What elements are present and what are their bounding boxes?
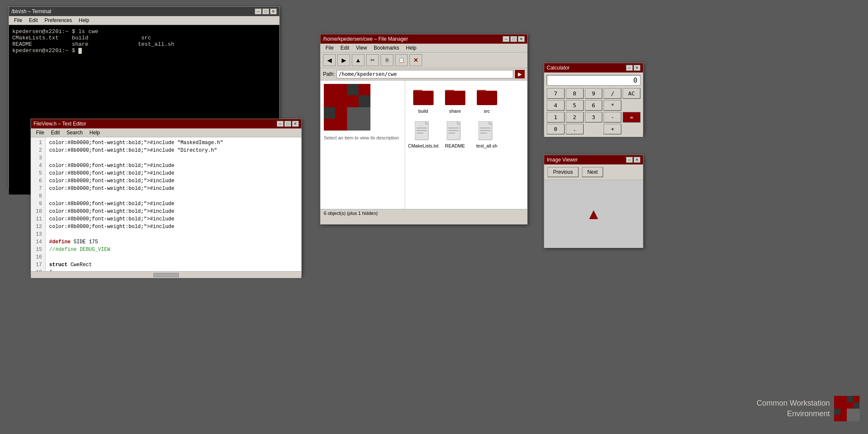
texteditor-titlebar: FileView.h – Text Editor ─ □ ✕ — [31, 119, 301, 128]
calc-button-+[interactable]: + — [604, 124, 621, 134]
terminal-menu-edit[interactable]: Edit — [25, 17, 41, 24]
imageviewer-minimize[interactable]: ─ — [626, 157, 633, 163]
file-item[interactable]: README — [441, 120, 469, 150]
calc-button-=[interactable]: = — [623, 112, 640, 122]
forward-button[interactable]: ▶ — [337, 54, 350, 66]
calc-button-2[interactable]: 2 — [566, 112, 584, 122]
file-name: test_all.sh — [476, 143, 498, 148]
calculator-window: Calculator ─ ✕ 0 789/AC456*123-=0.+ — [544, 63, 643, 135]
terminal-controls: ─ □ ✕ — [255, 8, 277, 14]
file-item[interactable]: build — [409, 85, 437, 115]
svg-rect-0 — [324, 84, 347, 107]
texteditor-menu-edit[interactable]: Edit — [47, 129, 63, 136]
path-go-button[interactable]: ▶ — [515, 70, 525, 78]
calc-button--[interactable]: - — [604, 112, 621, 122]
brand-text: Common Workstation Environment — [757, 398, 830, 419]
calc-button-/[interactable]: / — [604, 88, 621, 99]
texteditor-maximize[interactable]: □ — [284, 121, 291, 127]
file-name: src — [484, 108, 490, 114]
calc-button-*[interactable]: * — [604, 100, 621, 111]
filemanager-maximize[interactable]: □ — [510, 36, 517, 42]
sidebar-description: Select an item to view its description — [324, 135, 401, 140]
path-input[interactable] — [337, 70, 513, 78]
svg-rect-3 — [359, 84, 370, 95]
terminal-menu-preferences[interactable]: Preferences — [41, 17, 75, 24]
calculator-body: 0 789/AC456*123-=0.+ — [544, 72, 643, 137]
filemanager-menu-edit[interactable]: Edit — [337, 44, 353, 52]
paste-button[interactable]: 📋 — [395, 54, 408, 66]
filemanager-menu-help[interactable]: Help — [403, 44, 420, 52]
horizontal-scrollbar[interactable] — [31, 271, 301, 278]
calculator-close[interactable]: ✕ — [634, 65, 640, 71]
calc-button-AC[interactable]: AC — [623, 88, 640, 99]
file-item[interactable]: src — [473, 85, 501, 115]
calc-spacer — [585, 124, 603, 134]
calculator-titlebar: Calculator ─ ✕ — [544, 63, 643, 72]
filemanager-close[interactable]: ✕ — [518, 36, 525, 42]
filemanager-menu-file[interactable]: File — [322, 44, 337, 52]
calculator-title: Calculator — [547, 65, 626, 71]
calc-button-6[interactable]: 6 — [585, 100, 603, 111]
file-item[interactable]: CMakeLists.txt — [409, 120, 437, 150]
texteditor-minimize[interactable]: ─ — [277, 121, 284, 127]
previous-button[interactable]: Previous — [548, 167, 579, 177]
svg-rect-5 — [324, 107, 335, 119]
up-button[interactable]: ▲ — [352, 54, 364, 66]
file-name: CMakeLists.txt — [408, 143, 438, 148]
file-icon — [477, 121, 497, 142]
line-numbers: 1 2 3 4 5 6 7 8 9 10 11 12 13 14 15 16 1… — [31, 137, 46, 271]
texteditor-menu-help[interactable]: Help — [86, 129, 103, 136]
file-area: Select an item to view its description b… — [320, 81, 527, 209]
filemanager-toolbar: ◀ ▶ ▲ ✂ ⎘ 📋 ✕ — [320, 53, 527, 68]
svg-rect-2 — [347, 95, 359, 107]
texteditor-menu-search[interactable]: Search — [63, 129, 86, 136]
filemanager-minimize[interactable]: ─ — [503, 36, 509, 42]
file-icon — [477, 86, 497, 107]
texteditor-close[interactable]: ✕ — [292, 121, 299, 127]
texteditor-window: FileView.h – Text Editor ─ □ ✕ File Edit… — [31, 119, 302, 275]
filemanager-menu-bookmarks[interactable]: Bookmarks — [370, 44, 403, 52]
brand-line1: Common Workstation — [757, 398, 830, 409]
copy-button[interactable]: ⎘ — [381, 54, 393, 66]
terminal-titlebar: /bin/sh – Terminal ─ □ ✕ — [9, 7, 279, 16]
calc-button-7[interactable]: 7 — [547, 88, 565, 99]
terminal-menu-help[interactable]: Help — [75, 17, 93, 24]
next-button[interactable]: Next — [582, 167, 604, 177]
terminal-menu-file[interactable]: File — [11, 17, 25, 24]
calc-button-3[interactable]: 3 — [585, 112, 603, 122]
svg-rect-40 — [834, 415, 847, 421]
calc-button-0[interactable]: 0 — [547, 124, 565, 134]
filemanager-menu-view[interactable]: View — [353, 44, 370, 52]
calculator-controls: ─ ✕ — [626, 65, 640, 71]
file-item[interactable]: share — [441, 85, 469, 115]
svg-rect-11 — [413, 90, 423, 93]
calc-button-4[interactable]: 4 — [547, 100, 565, 111]
texteditor-menu-file[interactable]: File — [33, 129, 47, 136]
back-button[interactable]: ◀ — [323, 54, 336, 66]
terminal-minimize[interactable]: ─ — [255, 8, 262, 14]
terminal-title: /bin/sh – Terminal — [11, 8, 255, 14]
calc-button-9[interactable]: 9 — [585, 88, 603, 99]
texteditor-controls: ─ □ ✕ — [277, 121, 299, 127]
svg-rect-14 — [445, 90, 454, 93]
terminal-close[interactable]: ✕ — [270, 8, 277, 14]
cut-button[interactable]: ✂ — [366, 54, 379, 66]
calc-button-8[interactable]: 8 — [566, 88, 584, 99]
cwe-logo-thumbnail — [324, 84, 370, 131]
code-content[interactable]: color:#8b0000;font-weight:bold;">#includ… — [46, 137, 301, 271]
delete-button[interactable]: ✕ — [409, 54, 422, 66]
imageviewer-close[interactable]: ✕ — [634, 157, 640, 163]
file-item[interactable]: test_all.sh — [473, 120, 501, 150]
calc-button-.[interactable]: . — [566, 124, 584, 134]
calculator-minimize[interactable]: ─ — [626, 65, 633, 71]
filemanager-statusbar: 6 object(s) (plus 1 hidden) — [320, 209, 527, 217]
up-arrow-icon: ▲ — [586, 205, 601, 223]
cursor — [78, 48, 82, 54]
imageviewer-controls: ─ ✕ — [626, 157, 640, 163]
terminal-maximize[interactable]: □ — [262, 8, 269, 14]
calculator-display: 0 — [547, 75, 640, 86]
calc-button-1[interactable]: 1 — [547, 112, 565, 122]
texteditor-menubar: File Edit Search Help — [31, 128, 301, 137]
calc-button-5[interactable]: 5 — [566, 100, 584, 111]
file-icon — [445, 86, 465, 107]
